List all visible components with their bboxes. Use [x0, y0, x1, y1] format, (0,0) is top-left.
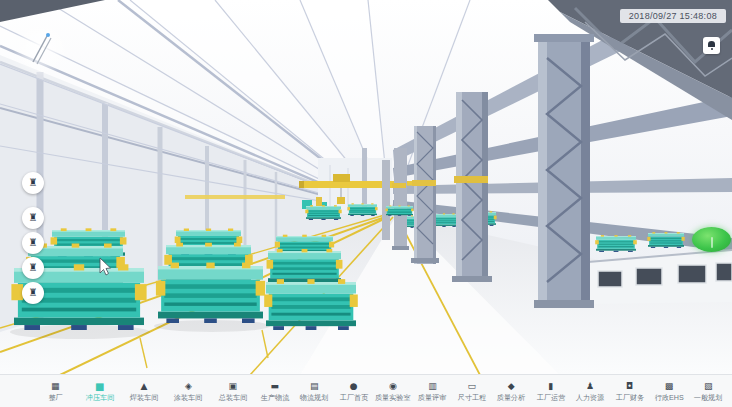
- machine-marker-button-1[interactable]: ♜: [22, 172, 44, 194]
- toolbar-item-label: 生产物流: [260, 393, 289, 402]
- factory-operations-icon: ▮: [548, 381, 553, 392]
- bottom-toolbar: ▦ 整厂 ■ 冲压车间 ▲ 焊装车间 ◈ 涂装车间 ▣ 总装车间 ▬: [0, 374, 732, 407]
- toolbar-item-factory-home[interactable]: ● 工厂首页: [334, 375, 373, 407]
- whole-plant-icon: ▦: [51, 381, 60, 392]
- workshop-nav-group: ▦ 整厂 ■ 冲压车间 ▲ 焊装车间 ◈ 涂装车间 ▣ 总装车间: [0, 375, 255, 407]
- factory-finance-icon: ◘: [626, 381, 633, 392]
- green-status-marker[interactable]: [692, 227, 731, 252]
- timestamp: 2018/09/27 15:48:08: [620, 9, 726, 23]
- toolbar-item-label: 一般规划: [694, 393, 723, 402]
- toolbar-item-whole-plant[interactable]: ▦ 整厂: [33, 375, 77, 407]
- app-root: 2018/09/27 15:48:08 ♜ ♜ ♜ ♜ ♜ ▦ 整厂 ■ 冲压车…: [0, 0, 732, 407]
- toolbar-item-label: 物流规划: [300, 393, 329, 402]
- toolbar-item-label: 工厂财务: [615, 393, 644, 402]
- machine-marker-button-2[interactable]: ♜: [22, 207, 44, 229]
- viewport-3d[interactable]: [0, 0, 732, 375]
- factory-home-icon: ●: [350, 381, 358, 392]
- light-glow-icon: [13, 20, 69, 76]
- toolbar-item-factory-finance[interactable]: ◘ 工厂财务: [610, 375, 649, 407]
- quality-review-icon: ▥: [428, 381, 437, 392]
- machine-marker-button-4[interactable]: ♜: [22, 257, 44, 279]
- toolbar-item-label: 工厂首页: [339, 393, 368, 402]
- machine-marker-button-5[interactable]: ♜: [22, 282, 44, 304]
- painting-workshop-icon: ◈: [185, 381, 192, 392]
- toolbar-item-painting-workshop[interactable]: ◈ 涂装车间: [166, 375, 210, 407]
- press-machine-icon: ♜: [29, 262, 38, 273]
- toolbar-item-label: 冲压车间: [85, 393, 114, 402]
- admin-ehs-icon: ▩: [665, 381, 674, 392]
- press-machine-icon: ♜: [29, 212, 38, 223]
- machine-marker-button-3[interactable]: ♜: [22, 232, 44, 254]
- toolbar-item-label: 人力资源: [576, 393, 605, 402]
- press-machine-icon: ♜: [29, 237, 38, 248]
- notification-button[interactable]: [703, 37, 720, 54]
- welding-workshop-icon: ▲: [141, 381, 148, 392]
- toolbar-item-label: 涂装车间: [174, 393, 203, 402]
- toolbar-item-production-logistics[interactable]: ▬ 生产物流: [255, 375, 294, 407]
- module-nav-group: ▬ 生产物流 ▤ 物流规划 ● 工厂首页 ◉ 质量实验室 ▥ 质量评审 ▭ 尺寸…: [255, 375, 732, 407]
- toolbar-item-dimension-engineering[interactable]: ▭ 尺寸工程: [452, 375, 491, 407]
- stamping-workshop-icon: ■: [95, 381, 104, 392]
- assembly-workshop-icon: ▣: [229, 381, 238, 392]
- toolbar-item-admin-ehs[interactable]: ▩ 行政EHS: [649, 375, 688, 407]
- toolbar-item-label: 焊装车间: [130, 393, 159, 402]
- toolbar-item-quality-review[interactable]: ▥ 质量评审: [413, 375, 452, 407]
- toolbar-item-general-planning[interactable]: ▧ 一般规划: [689, 375, 728, 407]
- logistics-planning-icon: ▤: [310, 381, 319, 392]
- logistics-truck-icon: ▬: [270, 381, 279, 392]
- toolbar-item-label: 尺寸工程: [458, 393, 487, 402]
- status-marker-glyph: [711, 237, 713, 248]
- quality-lab-icon: ◉: [389, 381, 397, 392]
- toolbar-item-factory-operations[interactable]: ▮ 工厂运营: [531, 375, 570, 407]
- toolbar-item-label: 质量评审: [418, 393, 447, 402]
- toolbar-item-quality-analysis[interactable]: ◆ 质量分析: [492, 375, 531, 407]
- press-machine-icon: ♜: [29, 287, 38, 298]
- toolbar-item-human-resources[interactable]: ♟ 人力资源: [570, 375, 609, 407]
- human-resources-icon: ♟: [586, 381, 594, 392]
- toolbar-item-stamping-workshop[interactable]: ■ 冲压车间: [77, 375, 121, 407]
- toolbar-item-label: 行政EHS: [654, 393, 683, 402]
- toolbar-item-label: 工厂运营: [536, 393, 565, 402]
- dimension-engineering-icon: ▭: [468, 381, 477, 392]
- toolbar-item-assembly-workshop[interactable]: ▣ 总装车间: [211, 375, 255, 407]
- bell-icon: [708, 41, 715, 47]
- toolbar-item-label: 整厂: [48, 393, 62, 402]
- toolbar-item-welding-workshop[interactable]: ▲ 焊装车间: [122, 375, 166, 407]
- toolbar-item-label: 质量实验室: [375, 393, 411, 402]
- toolbar-item-logistics-planning[interactable]: ▤ 物流规划: [294, 375, 333, 407]
- general-planning-icon: ▧: [704, 381, 713, 392]
- toolbar-item-quality-lab[interactable]: ◉ 质量实验室: [373, 375, 412, 407]
- scene-3d: [0, 0, 732, 375]
- toolbar-item-label: 质量分析: [497, 393, 526, 402]
- toolbar-item-label: 总装车间: [219, 393, 248, 402]
- quality-analysis-icon: ◆: [508, 381, 515, 392]
- press-machine-icon: ♜: [29, 177, 38, 188]
